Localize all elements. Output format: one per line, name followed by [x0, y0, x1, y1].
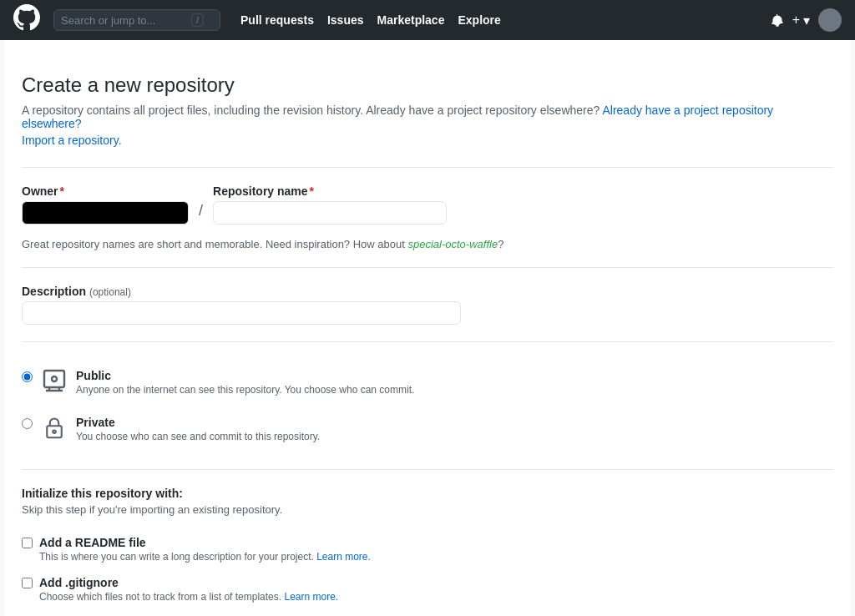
nav-links: Pull requests Issues Marketplace Explore: [240, 13, 501, 27]
init-section: Initialize this repository with: Skip th…: [22, 487, 833, 616]
suggested-name: special-octo-waffle: [407, 238, 498, 250]
public-content: Public Anyone on the internet can see th…: [76, 369, 833, 396]
gitignore-learn-link[interactable]: Learn more.: [284, 591, 338, 603]
private-content: Private You choose who can see and commi…: [76, 416, 833, 442]
nav-marketplace[interactable]: Marketplace: [377, 13, 445, 27]
owner-label: Owner*: [22, 184, 189, 198]
repo-name-label: Repository name*: [213, 184, 447, 198]
public-description: Anyone on the internet can see this repo…: [76, 384, 833, 396]
repo-name-group: Repository name*: [213, 184, 447, 225]
search-input[interactable]: [61, 14, 186, 27]
slash-divider: /: [195, 202, 206, 220]
navbar: / Pull requests Issues Marketplace Explo…: [0, 0, 855, 40]
svg-rect-3: [47, 426, 62, 437]
user-avatar[interactable]: [818, 8, 842, 32]
search-box[interactable]: /: [53, 9, 220, 31]
public-radio[interactable]: [22, 371, 33, 382]
nav-actions: + ▾: [771, 8, 842, 32]
gitignore-option[interactable]: Add .gitignore Choose which files not to…: [22, 569, 833, 609]
optional-text: (optional): [89, 286, 131, 298]
owner-input[interactable]: [22, 201, 189, 225]
public-option[interactable]: Public Anyone on the internet can see th…: [22, 359, 833, 406]
private-option[interactable]: Private You choose who can see and commi…: [22, 406, 833, 452]
init-title: Initialize this repository with:: [22, 487, 833, 500]
license-option[interactable]: Choose a license A license tells others …: [22, 609, 833, 616]
readme-content: Add a README file This is where you can …: [39, 536, 833, 563]
svg-rect-1: [44, 371, 64, 387]
private-icon: [41, 414, 68, 441]
init-subtitle: Skip this step if you're importing an ex…: [22, 503, 833, 516]
description-field-group: Description (optional): [22, 285, 833, 325]
gitignore-label: Add .gitignore: [39, 576, 833, 589]
repo-name-input[interactable]: [213, 201, 447, 225]
search-shortcut: /: [191, 13, 204, 27]
public-icon: [41, 367, 68, 394]
svg-point-2: [52, 376, 57, 381]
readme-description: This is where you can write a long descr…: [39, 551, 833, 563]
owner-group: Owner*: [22, 184, 189, 225]
new-plus-button[interactable]: + ▾: [792, 13, 810, 28]
repo-required: *: [310, 184, 314, 198]
main-content: Create a new repository A repository con…: [5, 40, 850, 616]
gitignore-checkbox[interactable]: [22, 578, 33, 588]
notification-button[interactable]: [771, 13, 784, 27]
description-group: Description (optional): [22, 285, 833, 325]
private-radio[interactable]: [22, 418, 33, 429]
private-label: Private: [76, 416, 833, 429]
description-label: Description (optional): [22, 285, 833, 298]
svg-point-0: [822, 12, 838, 28]
import-link[interactable]: Import a repository.: [22, 134, 833, 147]
private-description: You choose who can see and commit to thi…: [76, 431, 833, 442]
github-logo[interactable]: [13, 4, 40, 36]
nav-issues[interactable]: Issues: [327, 13, 364, 27]
gitignore-content: Add .gitignore Choose which files not to…: [39, 576, 833, 603]
gitignore-description: Choose which files not to track from a l…: [39, 591, 833, 603]
description-input[interactable]: [22, 301, 461, 325]
page-title: Create a new repository: [22, 73, 833, 97]
nav-pull-requests[interactable]: Pull requests: [240, 13, 314, 27]
readme-learn-link[interactable]: Learn more.: [316, 551, 371, 563]
owner-required: *: [60, 184, 64, 198]
public-label: Public: [76, 369, 833, 382]
page-subtitle: A repository contains all project files,…: [22, 104, 833, 130]
svg-point-4: [53, 431, 56, 434]
owner-repo-row: Owner* / Repository name*: [22, 184, 833, 225]
readme-checkbox[interactable]: [22, 538, 33, 548]
readme-label: Add a README file: [39, 536, 833, 549]
nav-explore[interactable]: Explore: [458, 13, 500, 27]
repo-hint: Great repository names are short and mem…: [22, 238, 833, 250]
readme-option[interactable]: Add a README file This is where you can …: [22, 529, 833, 569]
